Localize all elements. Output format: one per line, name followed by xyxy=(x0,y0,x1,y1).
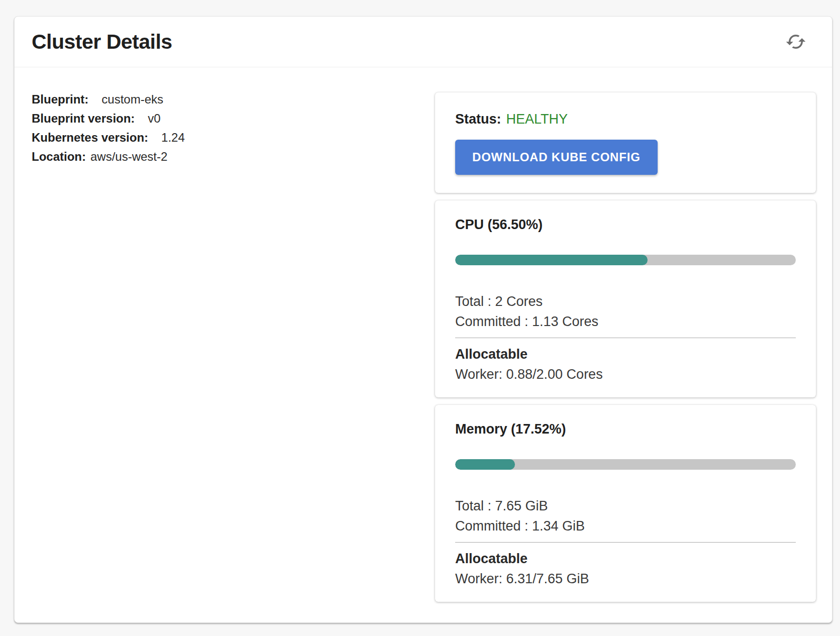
cpu-total: Total : 2 Cores xyxy=(455,291,796,311)
metrics-column: Status:HEALTHY DOWNLOAD KUBE CONFIG CPU … xyxy=(435,90,816,602)
status-label: Status: xyxy=(455,112,501,127)
location-label: Location: xyxy=(32,150,86,163)
memory-divider xyxy=(455,542,796,543)
status-badge: HEALTHY xyxy=(506,112,568,127)
memory-allocatable-label: Allocatable xyxy=(455,549,796,569)
memory-worker: Worker: 6.31/7.65 GiB xyxy=(455,569,796,589)
detail-row-blueprint-version: Blueprint version:v0 xyxy=(32,109,435,128)
blueprint-value: custom-eks xyxy=(101,92,163,106)
refresh-button[interactable] xyxy=(783,29,809,55)
memory-totals: Total : 7.65 GiB Committed : 1.34 GiB xyxy=(455,496,796,536)
cluster-details-panel: Cluster Details Blueprint:custom-eks Blu… xyxy=(14,16,832,623)
cpu-title: CPU (56.50%) xyxy=(455,216,796,234)
panel-header: Cluster Details xyxy=(15,17,832,67)
detail-row-blueprint: Blueprint:custom-eks xyxy=(32,90,435,109)
download-kube-config-button[interactable]: DOWNLOAD KUBE CONFIG xyxy=(455,140,658,175)
cpu-progress-fill xyxy=(455,255,648,265)
refresh-icon xyxy=(785,31,806,52)
detail-row-location: Location:aws/us-west-2 xyxy=(32,147,435,166)
detail-row-kubernetes-version: Kubernetes version:1.24 xyxy=(32,128,435,147)
kubernetes-version-label: Kubernetes version: xyxy=(32,131,148,144)
cpu-worker: Worker: 0.88/2.00 Cores xyxy=(455,364,796,384)
memory-progress-track xyxy=(455,459,796,470)
cpu-divider xyxy=(455,338,796,338)
status-line: Status:HEALTHY xyxy=(455,112,796,127)
memory-card: Memory (17.52%) Total : 7.65 GiB Committ… xyxy=(435,405,816,602)
blueprint-version-value: v0 xyxy=(148,112,160,125)
page-title: Cluster Details xyxy=(32,30,172,54)
memory-title: Memory (17.52%) xyxy=(455,420,796,438)
panel-body: Blueprint:custom-eks Blueprint version:v… xyxy=(15,67,832,602)
memory-committed: Committed : 1.34 GiB xyxy=(455,516,796,536)
memory-total: Total : 7.65 GiB xyxy=(455,496,796,516)
cpu-card: CPU (56.50%) Total : 2 Cores Committed :… xyxy=(435,200,816,397)
location-value: aws/us-west-2 xyxy=(90,150,167,163)
memory-progress-fill xyxy=(455,459,515,470)
cluster-info: Blueprint:custom-eks Blueprint version:v… xyxy=(32,90,435,602)
status-card: Status:HEALTHY DOWNLOAD KUBE CONFIG xyxy=(435,92,816,193)
kubernetes-version-value: 1.24 xyxy=(161,131,185,144)
cpu-progress-track xyxy=(455,255,796,265)
cpu-totals: Total : 2 Cores Committed : 1.13 Cores xyxy=(455,291,796,332)
blueprint-label: Blueprint: xyxy=(32,92,88,106)
blueprint-version-label: Blueprint version: xyxy=(32,112,135,125)
cpu-allocatable-label: Allocatable xyxy=(455,344,796,364)
cpu-committed: Committed : 1.13 Cores xyxy=(455,311,796,332)
